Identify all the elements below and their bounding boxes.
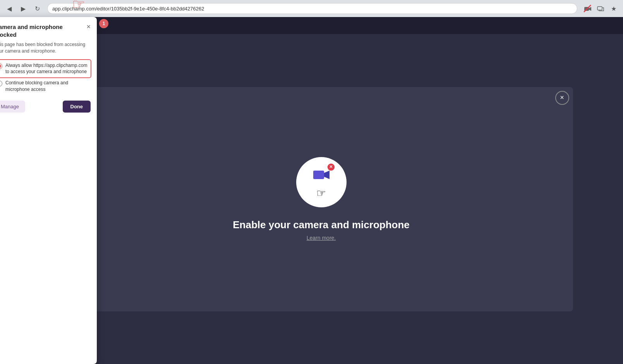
camera-blocked-icon[interactable] <box>582 3 593 14</box>
cursor-hand-icon: ☞ <box>316 187 326 200</box>
popup-close-button[interactable]: × <box>86 23 91 30</box>
popup-description: This page has been blocked from accessin… <box>0 41 91 55</box>
learn-more-link[interactable]: Learn more. <box>307 235 336 241</box>
allow-radio[interactable] <box>0 63 2 69</box>
browser-chrome: ◀ ▶ ↻ app.clipchamp.com/editor/1035bb2f-… <box>0 0 623 17</box>
annotation-number-1: 1 <box>99 19 108 28</box>
annotation-hand-1: ☞ <box>72 0 85 13</box>
svg-marker-5 <box>324 171 330 179</box>
forward-button[interactable]: ▶ <box>18 3 29 14</box>
enable-camera-title: Enable your camera and microphone <box>233 219 410 231</box>
block-radio[interactable] <box>0 80 2 87</box>
camera-permission-popup: ☞ 1 Camera and microphone blocked × This… <box>0 17 97 364</box>
done-button[interactable]: Done <box>63 101 91 113</box>
popup-actions: Manage Done <box>0 101 91 113</box>
back-button[interactable]: ◀ <box>4 3 15 14</box>
camera-icon-wrap: ✕ ✕ <box>310 165 333 185</box>
svg-marker-1 <box>589 7 591 11</box>
allow-option[interactable]: Always allow https://app.clipchamp.com t… <box>0 60 91 78</box>
svg-rect-4 <box>313 171 324 179</box>
camera-svg-icon <box>313 169 330 181</box>
popup-title: Camera and microphone blocked <box>0 23 83 38</box>
content-area: × ✕ ✕ ☞ Enable your camera and microphon… <box>19 34 623 364</box>
app-topbar <box>19 17 623 34</box>
allow-radio-label: Always allow https://app.clipchamp.com t… <box>5 62 89 75</box>
cast-icon[interactable] <box>595 3 606 14</box>
svg-rect-3 <box>597 7 602 10</box>
panel-close-button[interactable]: × <box>555 91 569 105</box>
popup-header: Camera and microphone blocked × <box>0 23 91 38</box>
refresh-button[interactable]: ↻ <box>32 3 43 14</box>
browser-icons: ★ <box>582 3 619 14</box>
manage-button[interactable]: Manage <box>0 101 25 113</box>
camera-icon-circle: ✕ ✕ ☞ <box>296 157 347 207</box>
address-bar[interactable]: app.clipchamp.com/editor/1035bb2f-9e1e-4… <box>47 3 577 14</box>
block-option[interactable]: Continue blocking camera and microphone … <box>0 77 91 95</box>
bookmark-icon[interactable]: ★ <box>608 3 619 14</box>
camera-error-badge: ✕ <box>328 164 335 171</box>
block-radio-label: Continue blocking camera and microphone … <box>5 80 89 93</box>
app-area: ☰ ⊞ ▷ T ♪ ✦ ⇄ × ✕ <box>0 17 623 364</box>
camera-panel: × ✕ ✕ ☞ Enable your camera and microphon… <box>70 87 573 311</box>
